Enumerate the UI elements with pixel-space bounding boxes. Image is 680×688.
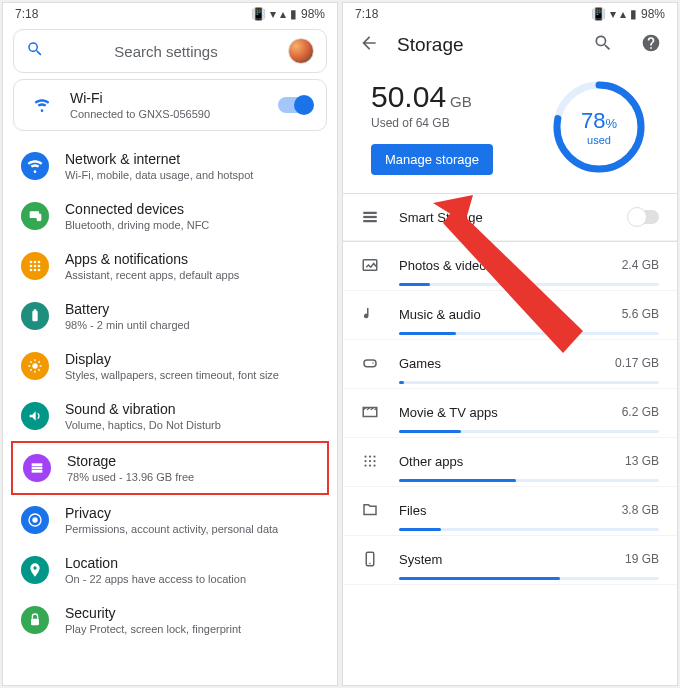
storage-screen: 7:18 📳 ▾ ▴ ▮ 98% Storage 50.04GB Used of… (342, 2, 678, 686)
row-title: Battery (65, 301, 319, 317)
signal-icon: ▴ (280, 7, 286, 21)
back-button[interactable] (359, 33, 379, 57)
row-subtitle: Volume, haptics, Do Not Disturb (65, 419, 319, 431)
row-title: Display (65, 351, 319, 367)
wifi-subtitle: Connected to GNXS-056590 (70, 108, 264, 120)
svg-point-8 (38, 265, 41, 268)
category-bar (399, 381, 659, 384)
category-system[interactable]: System19 GB (343, 536, 677, 585)
manage-storage-button[interactable]: Manage storage (371, 144, 493, 175)
category-bar (399, 430, 659, 433)
search-icon (26, 40, 44, 62)
svg-point-35 (373, 460, 375, 462)
avatar[interactable] (288, 38, 314, 64)
category-files[interactable]: Files3.8 GB (343, 487, 677, 536)
battery-icon: ▮ (290, 7, 297, 21)
settings-row-devices[interactable]: Connected devicesBluetooth, driving mode… (3, 191, 337, 241)
svg-point-38 (373, 464, 375, 466)
svg-point-28 (372, 362, 374, 364)
svg-point-34 (369, 460, 371, 462)
battery-pct: 98% (301, 7, 325, 21)
category-movie[interactable]: Movie & TV apps6.2 GB (343, 389, 677, 438)
svg-rect-25 (363, 220, 377, 222)
svg-point-32 (373, 455, 375, 457)
wifi-icon: ▾ (270, 7, 276, 21)
category-label: Other apps (399, 454, 605, 469)
battery-pct: 98% (641, 7, 665, 21)
svg-point-36 (364, 464, 366, 466)
category-bar (399, 479, 659, 482)
settings-row-display[interactable]: DisplayStyles, wallpapers, screen timeou… (3, 341, 337, 391)
storage-overview: 50.04GB Used of 64 GB Manage storage 78%… (343, 67, 677, 193)
smart-storage-toggle[interactable] (629, 210, 659, 224)
wifi-quick-card[interactable]: Wi-Fi Connected to GNXS-056590 (13, 79, 327, 131)
svg-point-9 (30, 269, 33, 272)
settings-row-privacy[interactable]: PrivacyPermissions, account activity, pe… (3, 495, 337, 545)
svg-point-5 (38, 261, 41, 264)
category-value: 0.17 GB (615, 356, 659, 370)
apps-icon (21, 252, 49, 280)
row-subtitle: Assistant, recent apps, default apps (65, 269, 319, 281)
storage-icon (23, 454, 51, 482)
other-icon (361, 452, 379, 470)
battery-icon: ▮ (630, 7, 637, 21)
settings-row-battery[interactable]: Battery98% - 2 min until charged (3, 291, 337, 341)
row-title: Location (65, 555, 319, 571)
settings-row-sound[interactable]: Sound & vibrationVolume, haptics, Do Not… (3, 391, 337, 441)
smart-storage-label: Smart Storage (399, 210, 609, 225)
devices-icon (21, 202, 49, 230)
wifi-icon: ▾ (610, 7, 616, 21)
settings-screen: 7:18 📳 ▾ ▴ ▮ 98% Search settings Wi-Fi C… (2, 2, 338, 686)
category-bar (399, 577, 659, 580)
smart-storage-row[interactable]: Smart Storage (343, 194, 677, 241)
search-placeholder: Search settings (56, 43, 276, 60)
category-value: 3.8 GB (622, 503, 659, 517)
games-icon (361, 354, 379, 372)
photos-icon (361, 256, 379, 274)
svg-rect-12 (32, 311, 37, 322)
row-subtitle: 78% used - 13.96 GB free (67, 471, 317, 483)
svg-point-31 (369, 455, 371, 457)
category-photos[interactable]: Photos & videos2.4 GB (343, 242, 677, 291)
display-icon (21, 352, 49, 380)
svg-rect-20 (31, 619, 39, 626)
row-title: Sound & vibration (65, 401, 319, 417)
privacy-icon (21, 506, 49, 534)
svg-rect-27 (364, 360, 376, 367)
settings-row-location[interactable]: LocationOn - 22 apps have access to loca… (3, 545, 337, 595)
row-title: Apps & notifications (65, 251, 319, 267)
category-other[interactable]: Other apps13 GB (343, 438, 677, 487)
settings-row-apps[interactable]: Apps & notificationsAssistant, recent ap… (3, 241, 337, 291)
svg-point-40 (369, 563, 371, 565)
row-subtitle: Bluetooth, driving mode, NFC (65, 219, 319, 231)
security-icon (21, 606, 49, 634)
svg-point-30 (364, 455, 366, 457)
wifi-toggle[interactable] (278, 97, 312, 113)
search-button[interactable] (593, 33, 613, 57)
vibrate-icon: 📳 (251, 7, 266, 21)
search-settings[interactable]: Search settings (13, 29, 327, 73)
svg-point-19 (32, 517, 37, 522)
clock: 7:18 (15, 7, 38, 21)
row-title: Connected devices (65, 201, 319, 217)
settings-row-storage[interactable]: Storage78% used - 13.96 GB free (13, 443, 327, 493)
settings-row-security[interactable]: SecurityPlay Protect, screen lock, finge… (3, 595, 337, 645)
svg-rect-23 (363, 212, 377, 214)
row-title: Security (65, 605, 319, 621)
help-button[interactable] (641, 33, 661, 57)
category-bar (399, 283, 659, 286)
category-music[interactable]: Music & audio5.6 GB (343, 291, 677, 340)
battery-icon (21, 302, 49, 330)
category-value: 19 GB (625, 552, 659, 566)
movie-icon (361, 403, 379, 421)
settings-row-wifi[interactable]: Network & internetWi-Fi, mobile, data us… (3, 141, 337, 191)
category-value: 6.2 GB (622, 405, 659, 419)
category-label: Games (399, 356, 595, 371)
status-bar: 7:18 📳 ▾ ▴ ▮ 98% (343, 3, 677, 23)
svg-point-3 (30, 261, 33, 264)
row-title: Network & internet (65, 151, 319, 167)
category-games[interactable]: Games0.17 GB (343, 340, 677, 389)
svg-point-11 (38, 269, 41, 272)
svg-rect-17 (32, 470, 43, 473)
row-title: Storage (67, 453, 317, 469)
